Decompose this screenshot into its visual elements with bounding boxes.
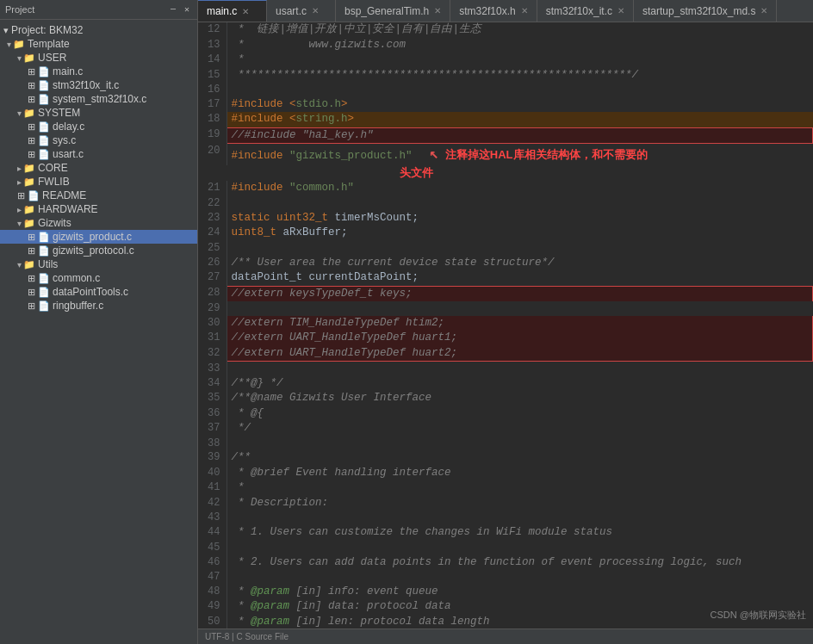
tree-item-fwlib-folder[interactable]: ▸📁FWLIB — [0, 175, 197, 189]
code-content-44: * 1. Users can customize the changes in … — [227, 525, 813, 541]
tree-item-template[interactable]: ▾📁Template — [0, 37, 197, 51]
tree-item-main-c[interactable]: ⊞📄main.c — [0, 65, 197, 78]
line-number-21: 21 — [198, 181, 227, 196]
folder-arrow-icon: ▾ — [7, 40, 11, 49]
code-content-37: */ — [227, 421, 813, 437]
code-content-36: * @{ — [227, 406, 813, 422]
expand-icon: ⊞ — [28, 232, 35, 243]
line-number-48: 48 — [198, 585, 227, 600]
code-content-17: #include <stdio.h> — [227, 97, 813, 113]
code-line-20: 20#include "gizwits_product.h"↖ 注释掉这HAL库… — [198, 144, 813, 166]
expand-icon: ⊞ — [28, 66, 35, 77]
line-number-16: 16 — [198, 83, 227, 97]
tree-label: gizwits_product.c — [53, 231, 132, 243]
tree-label: system_stm32f10x.c — [53, 93, 146, 105]
tab-startup[interactable]: startup_stm32f10x_md.s✕ — [634, 0, 777, 22]
tab-usart-c[interactable]: usart.c✕ — [267, 0, 336, 22]
tree-item-utils-folder[interactable]: ▾📁Utils — [0, 257, 197, 271]
tree-item-user-folder[interactable]: ▾📁USER — [0, 51, 197, 65]
annotation-text-2: 头文件 — [227, 165, 813, 181]
code-line-41: 41 * — [198, 480, 813, 496]
tree-label: README — [42, 189, 86, 201]
tree-label: stm32f10x_it.c — [53, 79, 119, 91]
line-number-20: 20 — [198, 144, 227, 166]
line-number-33: 33 — [198, 362, 227, 376]
code-line-39: 39/** — [198, 450, 813, 466]
line-number-40: 40 — [198, 466, 227, 481]
tab-label: bsp_GeneralTim.h — [344, 5, 429, 17]
tab-close-icon[interactable]: ✕ — [434, 6, 441, 15]
line-number-18: 18 — [198, 112, 227, 127]
folder-arrow-icon: ▾ — [17, 219, 22, 228]
tab-close-icon[interactable]: ✕ — [521, 6, 528, 15]
line-number-17: 17 — [198, 97, 227, 113]
line-number-25: 25 — [198, 241, 227, 256]
tree-item-gizwits-product[interactable]: ⊞📄gizwits_product.c — [0, 230, 197, 244]
code-line-25: 25 — [198, 241, 813, 256]
code-line-19: 19//#include "hal_key.h" — [198, 127, 813, 144]
tree-item-readme[interactable]: ⊞📄README — [0, 189, 197, 202]
code-content-29 — [227, 301, 813, 316]
expand-icon: ⊞ — [28, 273, 35, 284]
tree-item-ringbuffer-c[interactable]: ⊞📄ringbuffer.c — [0, 299, 197, 313]
tab-label: usart.c — [276, 5, 307, 17]
tree-item-datapoint-c[interactable]: ⊞📄dataPointTools.c — [0, 285, 197, 299]
file-icon: 📄 — [38, 80, 50, 91]
tab-close-icon[interactable]: ✕ — [760, 6, 767, 15]
file-icon: 📄 — [38, 300, 50, 312]
tree-item-gizwits-folder[interactable]: ▾📁Gizwits — [0, 216, 197, 230]
code-content-12: * 链接|增值|开放|中立|安全|自有|自由|生态 — [227, 22, 813, 38]
tree-item-sys-c[interactable]: ⊞📄sys.c — [0, 133, 197, 147]
line-number-41: 41 — [198, 480, 227, 496]
code-content-32: //extern UART_HandleTypeDef huart2; — [227, 346, 813, 362]
code-line-21: 21#include "common.h" — [198, 181, 813, 196]
tree-item-core-folder[interactable]: ▸📁CORE — [0, 161, 197, 175]
tab-label: startup_stm32f10x_md.s — [642, 5, 755, 17]
code-content-20: #include "gizwits_product.h"↖ 注释掉这HAL库相关… — [227, 144, 813, 166]
tree-label: main.c — [53, 65, 83, 77]
line-number-38: 38 — [198, 437, 227, 451]
close-panel-icon[interactable]: ✕ — [182, 3, 192, 15]
tree-item-stm32f10x-it-c[interactable]: ⊞📄stm32f10x_it.c — [0, 78, 197, 92]
tab-stm32f10x-h[interactable]: stm32f10x.h✕ — [450, 0, 537, 22]
file-icon: 📄 — [38, 232, 50, 243]
tree-label: dataPointTools.c — [53, 286, 128, 298]
tab-label: stm32f10x_it.c — [546, 5, 612, 17]
tree-label: USER — [38, 52, 66, 64]
code-line-33: 33 — [198, 362, 813, 376]
tree-item-usart-c[interactable]: ⊞📄usart.c — [0, 147, 197, 161]
line-number-28: 28 — [198, 286, 227, 301]
tree-item-system-stm32[interactable]: ⊞📄system_stm32f10x.c — [0, 92, 197, 106]
line-number-30: 30 — [198, 316, 227, 331]
tab-stm32f10x-it[interactable]: stm32f10x_it.c✕ — [537, 0, 634, 22]
code-line-14: 14 * — [198, 53, 813, 68]
tree-item-system-folder[interactable]: ▾📁SYSTEM — [0, 106, 197, 120]
tree-item-hardware-folder[interactable]: ▸📁HARDWARE — [0, 202, 197, 216]
tree-item-common-c[interactable]: ⊞📄common.c — [0, 271, 197, 285]
code-content-24: uint8_t aRxBuffer; — [227, 226, 813, 241]
code-line-40: 40 * @brief Event handling interface — [198, 466, 813, 481]
tree-item-project-root[interactable]: ▾Project: BKM32 — [0, 23, 197, 37]
bottom-bar: UTF-8 | C Source File — [198, 629, 813, 644]
code-content-34: /**@} */ — [227, 376, 813, 392]
line-number-31: 31 — [198, 331, 227, 346]
tab-close-icon[interactable]: ✕ — [618, 6, 624, 15]
code-editor[interactable]: 12 * 链接|增值|开放|中立|安全|自有|自由|生态13 * www.giz… — [198, 22, 813, 629]
code-content-35: /**@name Gizwits User Interface — [227, 391, 813, 406]
minimize-icon[interactable]: — — [168, 3, 178, 15]
code-line-45: 45 — [198, 541, 813, 555]
tab-close-icon[interactable]: ✕ — [242, 7, 249, 16]
code-line-28: 28//extern keysTypeDef_t keys; — [198, 286, 813, 301]
tab-close-icon[interactable]: ✕ — [312, 6, 319, 15]
tab-main-c[interactable]: main.c✕ — [198, 0, 267, 22]
file-tree[interactable]: ▾Project: BKM32▾📁Template▾📁USER⊞📄main.c⊞… — [0, 20, 197, 644]
code-line-46: 46 * 2. Users can add data points in the… — [198, 555, 813, 571]
folder-icon: 📁 — [23, 218, 35, 229]
code-content-31: //extern UART_HandleTypeDef huart1; — [227, 331, 813, 346]
tab-bsp-tim[interactable]: bsp_GeneralTim.h✕ — [336, 0, 450, 22]
code-content-28: //extern keysTypeDef_t keys; — [227, 286, 813, 301]
folder-icon: 📁 — [23, 53, 35, 64]
code-line-12: 12 * 链接|增值|开放|中立|安全|自有|自由|生态 — [198, 22, 813, 38]
tree-item-gizwits-protocol[interactable]: ⊞📄gizwits_protocol.c — [0, 244, 197, 257]
tree-item-delay-c[interactable]: ⊞📄delay.c — [0, 120, 197, 133]
